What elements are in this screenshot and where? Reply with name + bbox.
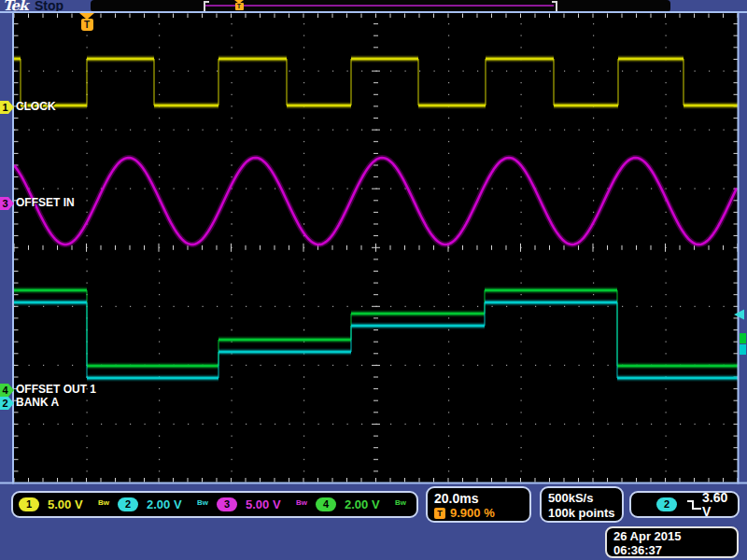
channel-3-label: OFFSET IN [16, 196, 75, 209]
channel-4-label: OFFSET OUT 1 [16, 383, 96, 396]
oscilloscope-screen: { "header": { "logo": "Tek", "acq_status… [0, 0, 747, 560]
trigger-position-marker: T [78, 13, 95, 31]
channel-1-label: CLOCK [16, 100, 56, 113]
waveform-display [0, 0, 747, 560]
channel-2-label: BANK A [16, 396, 59, 409]
